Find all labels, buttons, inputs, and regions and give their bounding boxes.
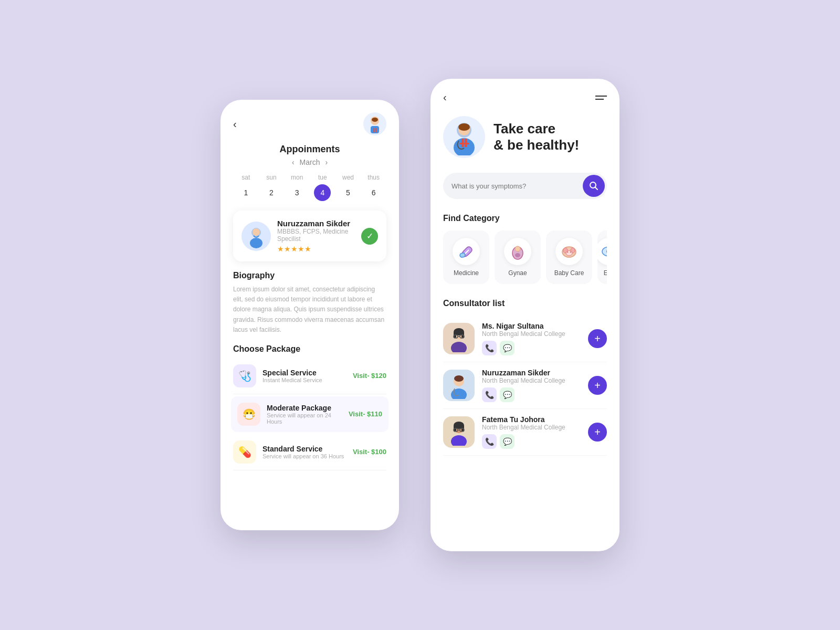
- nigar-name: Ms. Nigar Sultana: [482, 322, 581, 330]
- category-eye-partial[interactable]: Eye: [597, 230, 607, 284]
- nigar-info: Ms. Nigar Sultana North Bengal Medical C…: [482, 322, 581, 355]
- svg-line-17: [595, 187, 598, 190]
- pkg-standard-name: Standard Service: [262, 445, 346, 453]
- doctor-info: Nuruzzaman Sikder MBBBS, FCPS, Medicine …: [277, 219, 355, 253]
- nuruzzaman-contacts: 📞 💬: [482, 387, 581, 402]
- svg-point-27: [567, 251, 569, 253]
- nuruzzaman-phone-icon[interactable]: 📞: [482, 387, 497, 402]
- svg-point-10: [454, 138, 475, 155]
- category-medicine[interactable]: Medicine: [443, 230, 489, 284]
- nigar-avatar: [443, 323, 475, 354]
- pkg-special-name: Special Service: [262, 369, 346, 377]
- pkg-moderate-name: Moderate Package: [267, 404, 342, 412]
- doctor-avatar: [242, 222, 271, 251]
- prev-month-btn[interactable]: ‹: [292, 158, 295, 166]
- fatema-name: Fatema Tu Johora: [482, 415, 581, 424]
- svg-point-22: [515, 253, 520, 257]
- doctor-name: Nuruzzaman Sikder: [277, 219, 355, 228]
- phone2-home: ‹: [430, 79, 620, 551]
- package-moderate[interactable]: 😷 Moderate Package Service will appear o…: [231, 396, 388, 432]
- pkg-moderate-icon: 😷: [237, 403, 260, 426]
- back-arrow-icon[interactable]: ‹: [233, 118, 237, 130]
- date-1[interactable]: 1: [233, 184, 259, 201]
- nigar-add-button[interactable]: +: [588, 329, 607, 348]
- pkg-moderate-info: Moderate Package Service will appear on …: [267, 404, 342, 425]
- doctor-credentials: MBBBS, FCPS, Medicine Specilist: [277, 228, 355, 243]
- pkg-special-desc: Instant Medical Service: [262, 377, 346, 383]
- babycare-label: Baby Care: [554, 269, 584, 277]
- gynae-label: Gynae: [508, 269, 527, 277]
- eye-icon: [597, 238, 607, 265]
- user-avatar: [363, 112, 386, 135]
- date-6[interactable]: 6: [361, 184, 386, 201]
- day-sun: sun: [259, 174, 285, 184]
- search-input[interactable]: [452, 182, 583, 190]
- pkg-special-icon: 🩺: [233, 364, 256, 387]
- nigar-phone-icon[interactable]: 📞: [482, 341, 497, 355]
- pkg-standard-info: Standard Service Service will appear on …: [262, 445, 346, 459]
- doctor-stars: ★★★★★: [277, 245, 355, 253]
- svg-point-7: [250, 238, 262, 248]
- package-special[interactable]: 🩺 Special Service Instant Medical Servic…: [233, 358, 386, 394]
- day-sat: sat: [233, 174, 259, 184]
- nigar-chat-icon[interactable]: 💬: [500, 341, 514, 355]
- hero-section: Take care& be healthy!: [443, 116, 607, 158]
- gynae-icon: [504, 238, 531, 265]
- nuruzzaman-add-button[interactable]: +: [588, 376, 607, 395]
- medicine-icon: [453, 238, 480, 265]
- svg-point-8: [253, 228, 260, 236]
- p2-back-arrow-icon[interactable]: ‹: [443, 91, 447, 103]
- nuruzzaman-info: Nuruzzaman Sikder North Bengal Medical C…: [482, 369, 581, 402]
- month-label: March: [300, 158, 320, 166]
- consultant-nigar: Ms. Nigar Sultana North Bengal Medical C…: [443, 316, 607, 362]
- hamburger-menu-icon[interactable]: [595, 96, 607, 100]
- svg-point-12: [458, 123, 470, 131]
- day-mon: mon: [284, 174, 310, 184]
- consultant-nuruzzaman: Nuruzzaman Sikder North Bengal Medical C…: [443, 362, 607, 409]
- svg-point-26: [566, 250, 572, 256]
- biography-text: Lorem ipsum dolor sit amet, consectetur …: [233, 285, 386, 335]
- category-gynae[interactable]: Gynae: [495, 230, 541, 284]
- svg-point-29: [602, 247, 607, 256]
- pkg-moderate-desc: Service will appear on 24 Hours: [267, 412, 342, 425]
- hero-greeting-text: Take care& be healthy!: [494, 121, 579, 153]
- fatema-chat-icon[interactable]: 💬: [500, 434, 514, 449]
- p1-header: ‹: [233, 112, 386, 135]
- appointments-title: Appoinments: [233, 144, 386, 155]
- date-2[interactable]: 2: [259, 184, 285, 201]
- nuruzzaman-chat-icon[interactable]: 💬: [500, 387, 514, 402]
- svg-rect-5: [375, 128, 376, 132]
- eye-label: Eye: [604, 269, 607, 277]
- pkg-standard-desc: Service will appear on 36 Hours: [262, 453, 346, 459]
- babycare-icon: [555, 238, 583, 265]
- date-5[interactable]: 5: [335, 184, 361, 201]
- nigar-college: North Bengal Medical College: [482, 330, 581, 338]
- doctor-card: Nuruzzaman Sikder MBBBS, FCPS, Medicine …: [233, 211, 386, 261]
- day-thu: thus: [361, 174, 386, 184]
- fatema-college: North Bengal Medical College: [482, 424, 581, 431]
- search-button[interactable]: [583, 175, 605, 197]
- phones-container: ‹ Appoinments ‹ Mar: [220, 79, 620, 551]
- fatema-add-button[interactable]: +: [588, 423, 607, 442]
- packages-title: Choose Package: [233, 344, 386, 354]
- package-standard[interactable]: 💊 Standard Service Service will appear o…: [233, 434, 386, 470]
- nuruzzaman-name: Nuruzzaman Sikder: [482, 369, 581, 377]
- date-4-active[interactable]: 4: [314, 184, 331, 201]
- svg-rect-1: [371, 126, 379, 133]
- day-wed: wed: [335, 174, 361, 184]
- fatema-contacts: 📞 💬: [482, 434, 581, 449]
- svg-rect-19: [459, 253, 465, 258]
- biography-title: Biography: [233, 271, 386, 280]
- calendar-grid: sat sun mon tue wed thus 1 2 3 4 5 6: [233, 174, 386, 201]
- category-babycare[interactable]: Baby Care: [546, 230, 592, 284]
- svg-point-44: [454, 375, 464, 382]
- pkg-special-price: Visit- $120: [353, 372, 386, 380]
- svg-point-3: [372, 118, 378, 122]
- fatema-phone-icon[interactable]: 📞: [482, 434, 497, 449]
- fatema-info: Fatema Tu Johora North Bengal Medical Co…: [482, 415, 581, 449]
- next-month-btn[interactable]: ›: [325, 158, 328, 166]
- find-category-title: Find Category: [443, 214, 607, 223]
- day-tue: tue: [310, 174, 335, 184]
- date-3[interactable]: 3: [284, 184, 310, 201]
- pkg-moderate-price: Visit- $110: [349, 410, 382, 418]
